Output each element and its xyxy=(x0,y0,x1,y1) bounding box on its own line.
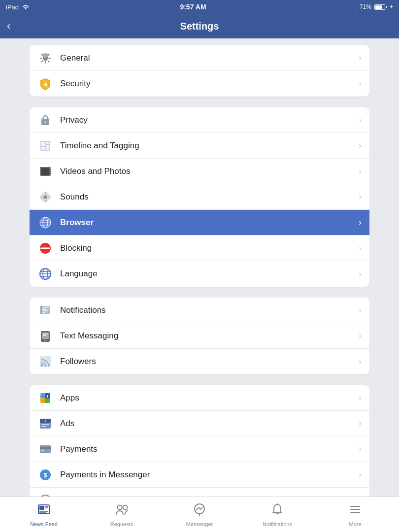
notifications-tab-icon xyxy=(270,502,284,520)
tab-notifications[interactable]: Notifications xyxy=(238,499,316,530)
svg-rect-61 xyxy=(41,424,49,425)
textmsg-label: Text Messaging xyxy=(60,331,359,341)
general-icon xyxy=(37,50,53,66)
settings-row-sounds[interactable]: Sounds › xyxy=(30,184,369,210)
settings-row-notifications[interactable]: Notifications › xyxy=(30,298,369,323)
messenger-icon xyxy=(193,502,206,520)
settings-row-payments[interactable]: Payments › xyxy=(30,436,369,462)
svg-rect-22 xyxy=(49,174,51,175)
timeline-icon xyxy=(37,138,53,154)
payments-icon xyxy=(37,441,53,457)
videos-label: Videos and Photos xyxy=(60,166,359,176)
sounds-icon xyxy=(37,189,53,205)
newsfeed-icon xyxy=(37,502,51,520)
payments-chevron-icon: › xyxy=(359,444,362,454)
tab-newsfeed[interactable]: News Feed xyxy=(5,499,83,530)
status-time: 9:57 AM xyxy=(180,3,206,11)
privacy-label: Privacy xyxy=(60,115,359,125)
apps-icon: f xyxy=(37,390,53,406)
settings-row-followers[interactable]: Followers › xyxy=(30,349,369,374)
more-icon xyxy=(348,502,362,520)
page-title: Settings xyxy=(180,21,219,32)
svg-rect-21 xyxy=(49,172,51,173)
svg-rect-16 xyxy=(40,170,41,171)
videos-icon xyxy=(37,164,53,179)
settings-row-payments-messenger[interactable]: $ Payments in Messenger › xyxy=(30,462,369,488)
svg-rect-65 xyxy=(41,450,44,451)
videos-chevron-icon: › xyxy=(359,166,362,176)
followers-label: Followers xyxy=(60,357,359,366)
settings-row-blocking[interactable]: Blocking › xyxy=(30,235,369,261)
tab-requests[interactable]: Requests xyxy=(83,499,161,530)
support-icon xyxy=(37,493,53,497)
blocking-icon xyxy=(37,240,53,256)
settings-row-browser[interactable]: Browser › xyxy=(30,210,369,235)
svg-rect-62 xyxy=(41,426,46,427)
settings-row-apps[interactable]: f Apps › xyxy=(30,385,369,411)
svg-rect-11 xyxy=(46,142,49,144)
language-icon xyxy=(37,266,53,282)
settings-row-support[interactable]: Support Inbox › xyxy=(30,488,369,497)
tab-bar: News Feed Requests Messenger xyxy=(0,497,399,532)
wifi-icon xyxy=(22,3,30,11)
sounds-chevron-icon: › xyxy=(359,192,362,202)
settings-row-textmsg[interactable]: Text Messaging › xyxy=(30,323,369,349)
settings-content: General › ★ Security › xyxy=(0,38,399,497)
svg-point-80 xyxy=(118,505,122,509)
settings-row-timeline[interactable]: Timeline and Tagging › xyxy=(30,133,369,159)
svg-point-24 xyxy=(43,195,47,199)
pmessenger-icon: $ xyxy=(37,467,53,483)
svg-point-81 xyxy=(123,505,128,509)
more-tab-label: More xyxy=(349,521,361,527)
settings-row-security[interactable]: ★ Security › xyxy=(30,71,369,97)
requests-tab-label: Requests xyxy=(110,521,133,527)
back-button[interactable]: ‹ xyxy=(7,20,10,33)
settings-row-language[interactable]: Language › xyxy=(30,261,369,287)
svg-rect-64 xyxy=(40,447,51,449)
svg-rect-19 xyxy=(49,168,51,169)
settings-row-ads[interactable]: f Ads › xyxy=(30,411,369,436)
timeline-chevron-icon: › xyxy=(359,140,362,151)
svg-rect-43 xyxy=(40,306,42,314)
messenger-tab-label: Messenger xyxy=(186,521,213,527)
tab-more[interactable]: More xyxy=(316,499,394,530)
svg-point-50 xyxy=(41,364,43,366)
general-chevron-icon: › xyxy=(359,53,362,63)
settings-row-videos[interactable]: Videos and Photos › xyxy=(30,159,369,184)
notifications-label: Notifications xyxy=(60,305,359,315)
notifications-chevron-icon: › xyxy=(359,305,362,315)
svg-rect-15 xyxy=(40,168,41,169)
svg-rect-14 xyxy=(41,168,50,175)
svg-text:★: ★ xyxy=(43,82,48,87)
status-right: 𝅾 71% + xyxy=(357,3,393,11)
back-chevron-icon: ‹ xyxy=(7,20,10,33)
requests-icon xyxy=(115,502,129,520)
svg-rect-12 xyxy=(46,145,49,150)
settings-group-3: Notifications › Text Messaging › xyxy=(30,298,369,374)
security-icon: ★ xyxy=(37,76,53,92)
device-label: iPad xyxy=(6,3,19,11)
language-chevron-icon: › xyxy=(359,269,362,279)
svg-rect-20 xyxy=(49,170,51,171)
ads-icon: f xyxy=(37,416,53,432)
ads-chevron-icon: › xyxy=(359,418,362,429)
blocking-chevron-icon: › xyxy=(359,243,362,253)
browser-icon xyxy=(37,215,53,231)
svg-rect-9 xyxy=(41,142,45,146)
tab-messenger[interactable]: Messenger xyxy=(161,499,238,530)
payments-label: Payments xyxy=(60,444,359,454)
privacy-icon xyxy=(37,112,53,128)
svg-rect-75 xyxy=(39,506,44,510)
header: ‹ Settings xyxy=(0,14,399,38)
timeline-label: Timeline and Tagging xyxy=(60,141,359,151)
settings-row-general[interactable]: General › xyxy=(30,45,369,71)
battery-label: 71% xyxy=(360,3,371,10)
language-label: Language xyxy=(60,269,359,279)
battery-indicator xyxy=(374,4,387,10)
svg-text:f: f xyxy=(47,394,48,399)
svg-point-82 xyxy=(195,504,204,514)
settings-group-4: f Apps › f Ads › xyxy=(30,385,369,497)
settings-row-privacy[interactable]: Privacy › xyxy=(30,107,369,133)
apps-chevron-icon: › xyxy=(359,393,362,403)
svg-text:$: $ xyxy=(43,471,47,479)
